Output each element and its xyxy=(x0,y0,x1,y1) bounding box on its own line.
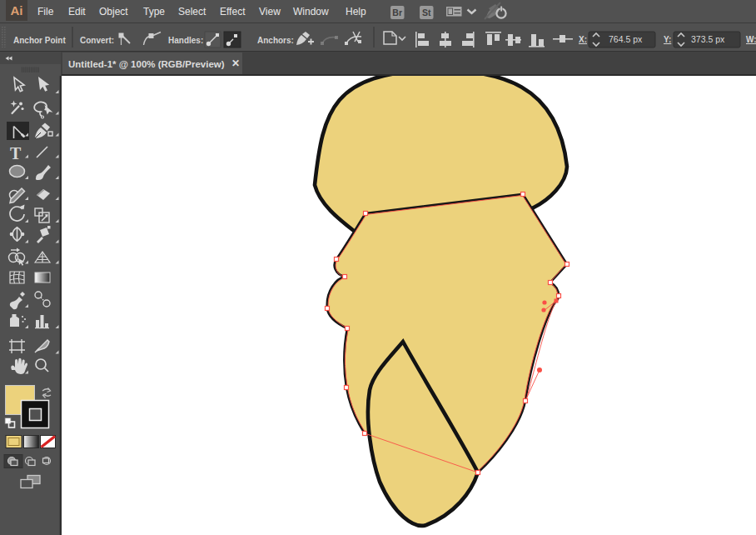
svg-text:373.5 px: 373.5 px xyxy=(691,34,725,44)
svg-text:Y:: Y: xyxy=(664,35,671,44)
svg-text:Anchors:: Anchors: xyxy=(257,36,294,45)
svg-text:Convert:: Convert: xyxy=(80,36,114,45)
svg-text:St: St xyxy=(422,8,431,18)
svg-text:W:: W: xyxy=(746,35,756,44)
svg-text:X:: X: xyxy=(579,35,587,44)
svg-text:764.5 px: 764.5 px xyxy=(609,34,643,44)
svg-text:Anchor Point: Anchor Point xyxy=(13,36,66,45)
svg-text:Handles:: Handles: xyxy=(168,36,203,45)
svg-text:T: T xyxy=(10,144,22,162)
svg-text:Br: Br xyxy=(392,8,402,18)
